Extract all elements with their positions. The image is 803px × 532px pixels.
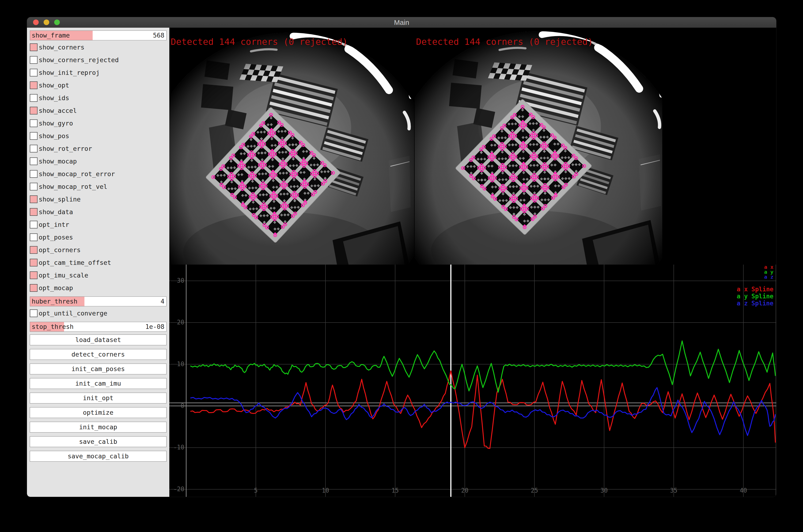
button-label: init_cam_imu	[75, 380, 121, 387]
checkbox-show_gyro[interactable]: show_gyro	[30, 119, 167, 127]
button-init_opt[interactable]: init_opt	[30, 393, 167, 403]
checkbox-show_accel[interactable]: show_accel	[30, 107, 167, 114]
checkbox-label: show_pos	[39, 132, 69, 139]
legend-item: a z	[764, 274, 773, 279]
checkbox-label: show_spline	[39, 196, 81, 203]
checkbox-label: show_rot_error	[39, 145, 92, 152]
checkbox-unchecked-icon	[30, 145, 38, 152]
camera-view-0[interactable]: Detected 144 corners (0 rejected)	[169, 28, 414, 265]
button-label: detect_corners	[72, 351, 125, 358]
y-tick-label: 20	[170, 319, 184, 326]
detection-status-text-0: Detected 144 corners (0 rejected)	[171, 37, 348, 46]
plot-legend-spline: a x Splinea y Splinea z Spline	[737, 286, 773, 307]
checkbox-label: opt_imu_scale	[39, 272, 88, 279]
checkbox-checked-icon	[30, 246, 38, 254]
y-tick-label: 10	[170, 361, 184, 367]
checkbox-show_ids[interactable]: show_ids	[30, 94, 167, 102]
button-init_cam_imu[interactable]: init_cam_imu	[30, 378, 167, 389]
checkbox-label: show_gyro	[39, 120, 73, 127]
checkbox-checked-icon	[30, 81, 38, 89]
checkbox-opt_until_converge[interactable]: opt_until_converge	[30, 309, 167, 317]
slider-stop_thresh[interactable]: stop_thresh1e-08	[30, 322, 167, 332]
checkbox-show_opt[interactable]: show_opt	[30, 81, 167, 89]
button-label: save_calib	[79, 438, 117, 445]
checkbox-show_corners_rejected[interactable]: show_corners_rejected	[30, 56, 167, 64]
x-tick-label: 5	[248, 487, 263, 494]
button-label: save_mocap_calib	[68, 453, 129, 460]
slider-show_frame[interactable]: show_frame568	[30, 31, 167, 40]
titlebar[interactable]: Main	[27, 17, 776, 28]
y-tick-label: -10	[170, 444, 184, 451]
slider-value: 568	[153, 31, 165, 40]
checkbox-unchecked-icon	[30, 157, 38, 165]
slider-label: show_frame	[32, 31, 70, 40]
checkbox-label: show_init_reproj	[39, 69, 100, 76]
checkbox-label: show_data	[39, 208, 73, 215]
button-load_dataset[interactable]: load_dataset	[30, 335, 167, 345]
checkbox-unchecked-icon	[30, 170, 38, 178]
button-save_mocap_calib[interactable]: save_mocap_calib	[30, 451, 167, 462]
checkbox-label: show_mocap_rot_error	[39, 170, 115, 177]
legend-item: a y Spline	[737, 293, 773, 300]
slider-huber_thresh[interactable]: huber_thresh4	[30, 297, 167, 306]
x-tick-label: 20	[457, 487, 472, 494]
slider-value: 4	[161, 297, 165, 306]
legend-item: a x	[764, 265, 773, 269]
legend-item: a x Spline	[737, 286, 773, 293]
y-tick-label: -20	[170, 486, 184, 493]
checkbox-opt_poses[interactable]: opt_poses	[30, 233, 167, 241]
checkbox-opt_intr[interactable]: opt_intr	[30, 221, 167, 228]
checkbox-show_init_reproj[interactable]: show_init_reproj	[30, 69, 167, 76]
slider-label: huber_thresh	[32, 297, 77, 306]
button-label: init_opt	[83, 394, 113, 402]
button-optimize[interactable]: optimize	[30, 407, 167, 418]
checkbox-opt_mocap[interactable]: opt_mocap	[30, 284, 167, 292]
detection-status-text-1: Detected 144 corners (0 rejected)	[416, 37, 593, 46]
accel-plot[interactable]: a xa ya z a x Splinea y Splinea z Spline…	[169, 265, 776, 497]
button-save_calib[interactable]: save_calib	[30, 436, 167, 447]
checkbox-label: show_ids	[39, 94, 69, 101]
checkbox-unchecked-icon	[30, 94, 38, 102]
x-tick-label: 40	[736, 487, 751, 494]
checkbox-show_data[interactable]: show_data	[30, 208, 167, 216]
legend-item: a y	[764, 269, 773, 274]
window-content: show_frame568show_cornersshow_corners_re…	[27, 28, 776, 497]
x-tick-label: 30	[597, 487, 612, 494]
checkbox-label: show_corners	[39, 44, 84, 51]
checkbox-opt_imu_scale[interactable]: opt_imu_scale	[30, 271, 167, 279]
checkbox-unchecked-icon	[30, 56, 38, 64]
checkbox-checked-icon	[30, 208, 38, 216]
x-tick-label: 35	[666, 487, 681, 494]
checkbox-show_mocap[interactable]: show_mocap	[30, 157, 167, 165]
slider-value: 1e-08	[146, 322, 165, 331]
checkbox-label: show_opt	[39, 82, 69, 89]
screen-background: { "window": { "title": "Main" }, "sideba…	[0, 0, 803, 532]
checkbox-show_pos[interactable]: show_pos	[30, 132, 167, 140]
checkbox-checked-icon	[30, 284, 38, 292]
checkbox-show_mocap_rot_vel[interactable]: show_mocap_rot_vel	[30, 183, 167, 190]
button-init_cam_poses[interactable]: init_cam_poses	[30, 364, 167, 374]
window-title: Main	[27, 17, 776, 28]
y-tick-label: 30	[170, 277, 184, 284]
x-tick-label: 10	[318, 487, 333, 494]
checkbox-opt_corners[interactable]: opt_corners	[30, 246, 167, 254]
button-init_mocap[interactable]: init_mocap	[30, 422, 167, 433]
checkbox-show_rot_error[interactable]: show_rot_error	[30, 145, 167, 152]
button-label: optimize	[83, 409, 113, 416]
slider-label: stop_thresh	[32, 322, 74, 331]
checkbox-opt_cam_time_offset[interactable]: opt_cam_time_offset	[30, 259, 167, 266]
checkbox-show_spline[interactable]: show_spline	[30, 195, 167, 203]
checkbox-label: show_corners_rejected	[39, 56, 119, 63]
legend-item: a z Spline	[737, 300, 773, 307]
checkbox-show_corners[interactable]: show_corners	[30, 43, 167, 51]
button-label: init_mocap	[79, 423, 117, 431]
checkbox-checked-icon	[30, 271, 38, 279]
camera-view-1[interactable]: Detected 144 corners (0 rejected)	[415, 28, 662, 265]
x-tick-label: 25	[527, 487, 542, 494]
checkbox-unchecked-icon	[30, 221, 38, 228]
button-detect_corners[interactable]: detect_corners	[30, 349, 167, 360]
main-window: Main show_frame568show_cornersshow_corne…	[27, 17, 776, 497]
checkbox-checked-icon	[30, 43, 38, 51]
checkbox-show_mocap_rot_error[interactable]: show_mocap_rot_error	[30, 170, 167, 178]
checkbox-label: opt_cam_time_offset	[39, 259, 111, 266]
